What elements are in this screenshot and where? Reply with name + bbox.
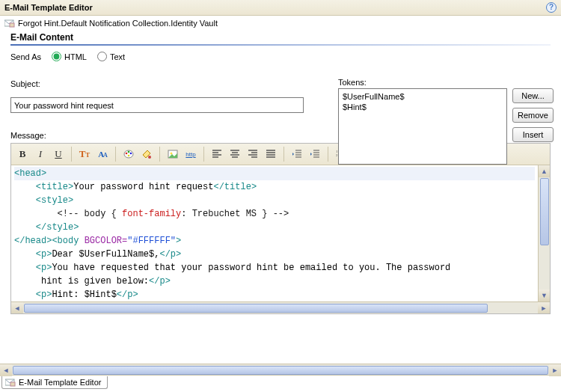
bottom-tab-label: E-Mail Template Editor [19,378,101,387]
toolbar-separator [283,147,284,162]
outdent-button[interactable] [289,146,305,162]
template-icon [5,379,16,387]
toolbar-separator [71,147,72,162]
code-editor[interactable]: <head> <title>Your password hint request… [11,165,538,301]
editor-horizontal-scrollbar[interactable]: ◄ ► [11,301,550,313]
svg-point-7 [148,156,151,159]
scroll-right-icon[interactable]: ► [549,364,561,376]
align-right-button[interactable] [245,146,261,162]
align-left-button[interactable] [209,146,225,162]
help-icon[interactable]: ? [546,2,557,13]
bottom-tab-bar: E-Mail Template Editor [0,376,108,391]
indent-button[interactable] [307,146,323,162]
window-title: E-Mail Template Editor [4,3,93,12]
token-buttons: New... Remove Insert [512,88,554,142]
code-area-wrap: <head> <title>Your password hint request… [11,165,550,313]
font-size-button[interactable]: AA [94,146,111,162]
send-as-text-radio[interactable]: Text [97,52,125,61]
align-justify-button[interactable] [263,146,279,162]
scroll-right-icon[interactable]: ► [538,302,550,313]
horizontal-scroll-thumb[interactable] [13,366,548,375]
scroll-up-icon[interactable]: ▲ [539,165,550,177]
toolbar-separator [328,147,328,162]
title-bar: E-Mail Template Editor ? [0,0,561,16]
tokens-area: Tokens: $UserFullName$ $Hint$ [338,78,507,165]
send-as-label: Send As [10,52,41,61]
editor-vertical-scrollbar[interactable]: ▲ ▼ [538,165,550,301]
new-token-button[interactable]: New... [512,88,554,103]
send-as-text-label: Text [110,52,125,61]
remove-token-button[interactable]: Remove [512,108,554,123]
scroll-down-icon[interactable]: ▼ [539,290,550,301]
svg-point-4 [128,151,130,153]
html-radio-input[interactable] [52,52,61,61]
horizontal-scroll-thumb[interactable] [24,304,488,313]
text-color-button[interactable] [120,146,137,162]
toolbar-separator [203,147,204,162]
align-center-button[interactable] [227,146,243,162]
scroll-left-icon[interactable]: ◄ [11,302,23,313]
insert-token-button[interactable]: Insert [512,127,554,142]
svg-point-3 [126,153,128,155]
send-as-row: Send As HTML Text [10,52,551,61]
svg-point-5 [130,153,132,155]
svg-point-6 [128,155,130,157]
italic-button[interactable]: I [32,146,49,162]
section-title: E-Mail Content [0,31,561,43]
pane-horizontal-scrollbar[interactable]: ◄ ► [0,364,561,376]
template-icon [4,19,15,28]
text-radio-input[interactable] [97,52,107,61]
svg-rect-1 [10,23,14,27]
scroll-left-icon[interactable]: ◄ [0,364,12,376]
send-as-html-label: HTML [64,52,87,61]
bold-button[interactable]: B [14,146,31,162]
underline-button[interactable]: U [50,146,67,162]
vertical-scroll-thumb[interactable] [540,178,549,245]
insert-image-button[interactable] [165,146,181,162]
bottom-tab-email-template-editor[interactable]: E-Mail Template Editor [1,376,108,389]
subject-input[interactable] [10,97,304,113]
section-underline [10,44,551,46]
tokens-list[interactable]: $UserFullName$ $Hint$ [338,88,507,165]
insert-link-button[interactable]: http [183,146,199,162]
send-as-html-radio[interactable]: HTML [52,52,87,61]
tokens-label: Tokens: [338,78,507,87]
breadcrumb: Forgot Hint.Default Notification Collect… [0,16,561,31]
toolbar-separator [115,147,116,162]
toolbar-separator [159,147,160,162]
bg-color-button[interactable] [138,146,155,162]
svg-rect-19 [10,382,15,386]
font-button[interactable]: TT [76,146,93,162]
editor-frame: B I U TT AA http [10,143,551,314]
breadcrumb-text: Forgot Hint.Default Notification Collect… [18,19,218,28]
